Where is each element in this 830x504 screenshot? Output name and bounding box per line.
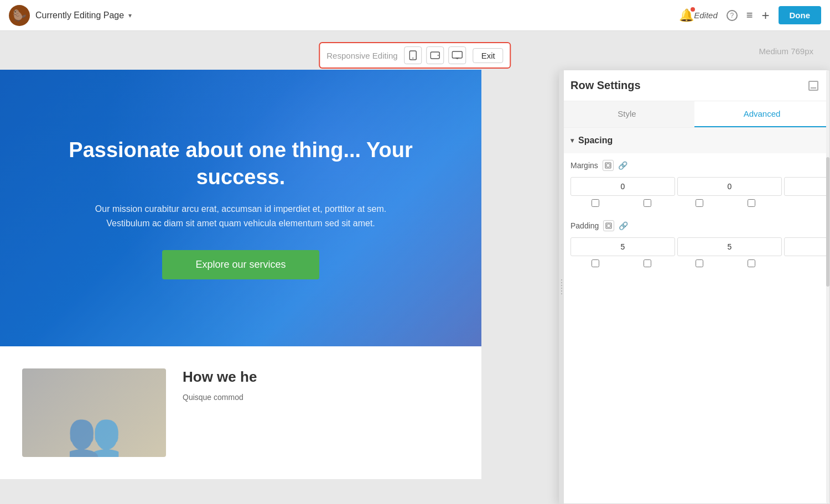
panel-tabs: Style Advanced bbox=[559, 101, 829, 128]
top-navigation: 🦫 Currently Editing Page ▾ 🔔 Edited ? ≡ … bbox=[0, 0, 830, 31]
margins-inputs: px % em rem bbox=[570, 176, 818, 196]
padding-right-checkbox[interactable] bbox=[644, 259, 651, 267]
edited-label: Edited bbox=[694, 11, 718, 20]
viewport-label: Medium 769px bbox=[759, 46, 813, 56]
below-hero-body: Quisque commod bbox=[183, 391, 257, 403]
panel-header: Row Settings bbox=[559, 70, 829, 101]
margin-right-checkbox[interactable] bbox=[644, 199, 651, 207]
margins-label-row: Margins 🔗 bbox=[570, 160, 818, 171]
done-button[interactable]: Done bbox=[779, 6, 822, 24]
padding-bottom-input[interactable] bbox=[784, 237, 829, 256]
panel-scrollbar-thumb bbox=[826, 157, 829, 287]
padding-responsive-icon[interactable] bbox=[603, 220, 614, 231]
dropdown-icon[interactable]: ▾ bbox=[128, 12, 132, 19]
padding-link-icon[interactable]: 🔗 bbox=[619, 221, 628, 230]
margins-responsive-icon[interactable] bbox=[603, 160, 614, 171]
padding-inputs: % px em rem bbox=[570, 237, 818, 256]
margins-row: Margins 🔗 px % em rem bbox=[559, 153, 829, 214]
add-icon[interactable]: + bbox=[761, 8, 769, 23]
margin-bottom-input[interactable] bbox=[784, 177, 829, 196]
margin-left-checkbox[interactable] bbox=[748, 199, 755, 207]
padding-label: Padding bbox=[570, 221, 599, 230]
exit-responsive-button[interactable]: Exit bbox=[473, 48, 504, 63]
device-icons bbox=[404, 46, 466, 64]
spacing-header[interactable]: ▾ Spacing bbox=[559, 128, 829, 153]
people-silhouette-icon: 👥 bbox=[66, 413, 122, 457]
hero-title: Passionate about one thing... Your succe… bbox=[22, 137, 459, 191]
padding-bottom-checkbox[interactable] bbox=[696, 259, 703, 267]
notification-dot bbox=[691, 7, 695, 12]
tab-style[interactable]: Style bbox=[559, 101, 694, 127]
padding-label-row: Padding 🔗 bbox=[570, 220, 818, 231]
below-hero-section: 👥 How we he Quisque commod bbox=[0, 346, 481, 479]
below-hero-heading: How we he bbox=[183, 368, 257, 386]
padding-checkboxes bbox=[570, 259, 818, 267]
panel-title: Row Settings bbox=[570, 79, 641, 92]
tab-advanced[interactable]: Advanced bbox=[694, 101, 829, 127]
spacing-label: Spacing bbox=[578, 136, 613, 146]
team-image: 👥 bbox=[22, 368, 166, 457]
margin-top-input[interactable] bbox=[570, 177, 675, 196]
responsive-editing-bar: Responsive Editing Exit bbox=[319, 42, 511, 69]
svg-point-3 bbox=[438, 55, 439, 56]
margins-link-icon[interactable]: 🔗 bbox=[618, 161, 627, 170]
padding-top-checkbox[interactable] bbox=[592, 259, 599, 267]
minimize-icon bbox=[811, 87, 816, 89]
hero-cta-button[interactable]: Explore our services bbox=[162, 250, 319, 279]
svg-rect-8 bbox=[606, 164, 610, 167]
padding-left-checkbox[interactable] bbox=[748, 259, 755, 267]
below-hero-text: How we he Quisque commod bbox=[183, 368, 257, 457]
row-settings-panel: Row Settings Style Advanced ▾ Spacing M bbox=[559, 70, 830, 504]
minimize-button[interactable] bbox=[808, 81, 818, 91]
svg-point-1 bbox=[413, 58, 414, 59]
mobile-view-button[interactable] bbox=[404, 46, 422, 64]
help-icon[interactable]: ? bbox=[727, 10, 738, 21]
padding-top-input[interactable] bbox=[570, 237, 675, 256]
margin-top-checkbox[interactable] bbox=[592, 199, 599, 207]
svg-rect-4 bbox=[453, 51, 463, 58]
nav-right-actions: Edited ? ≡ + Done bbox=[694, 6, 821, 24]
panel-scrollbar[interactable] bbox=[826, 70, 829, 503]
list-view-icon[interactable]: ≡ bbox=[746, 9, 753, 22]
padding-right-input[interactable] bbox=[677, 237, 782, 256]
spacing-section: ▾ Spacing bbox=[559, 128, 829, 153]
margin-bottom-checkbox[interactable] bbox=[696, 199, 703, 207]
hero-subtitle: Our mission curabitur arcu erat, accumsa… bbox=[75, 202, 407, 230]
panel-content: ▾ Spacing Margins 🔗 bbox=[559, 128, 829, 500]
svg-rect-10 bbox=[607, 224, 610, 227]
responsive-label: Responsive Editing bbox=[326, 51, 397, 60]
tablet-view-button[interactable] bbox=[427, 46, 444, 64]
hero-section: Passionate about one thing... Your succe… bbox=[0, 70, 481, 346]
desktop-view-button[interactable] bbox=[449, 46, 466, 64]
page-title: Currently Editing Page bbox=[35, 11, 124, 20]
margins-label: Margins bbox=[570, 161, 598, 170]
main-area: Responsive Editing Exit Medium 769px Pas… bbox=[0, 31, 830, 504]
margin-right-input[interactable] bbox=[677, 177, 782, 196]
spacing-chevron-icon: ▾ bbox=[570, 137, 574, 144]
notification-bell[interactable]: 🔔 bbox=[679, 8, 694, 23]
logo-icon: 🦫 bbox=[9, 5, 30, 26]
canvas-area: Passionate about one thing... Your succe… bbox=[0, 70, 481, 504]
margins-checkboxes bbox=[570, 199, 818, 207]
padding-row: Padding 🔗 % px em rem bbox=[559, 214, 829, 274]
panel-drag-handle[interactable] bbox=[559, 70, 564, 503]
